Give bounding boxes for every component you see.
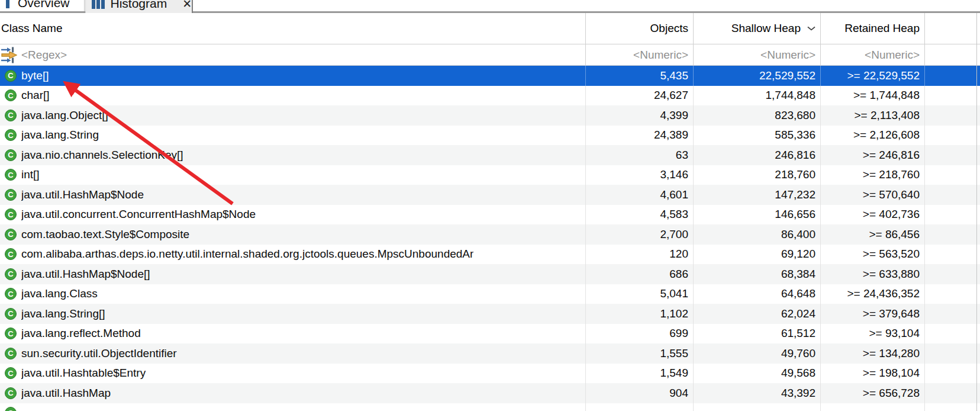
column-header-class-name[interactable]: Class Name bbox=[0, 13, 586, 44]
class-icon: C bbox=[5, 348, 17, 359]
class-name-cell: C char[] bbox=[0, 86, 586, 106]
class-icon: C bbox=[5, 89, 17, 101]
retained-heap-cell: >= 24,436,352 bbox=[821, 284, 925, 304]
close-tab-icon[interactable]: ✕ bbox=[182, 0, 192, 9]
regex-filter-field[interactable]: <Regex> bbox=[0, 44, 586, 65]
class-icon: C bbox=[5, 387, 17, 399]
class-name: java.lang.String bbox=[21, 129, 99, 142]
table-row[interactable]: C java.lang.String 24,389 585,336 >= 2,1… bbox=[0, 126, 980, 146]
objects-cell: 5,435 bbox=[586, 66, 694, 86]
class-icon: C bbox=[5, 229, 17, 240]
table-row[interactable]: C bbox=[0, 403, 980, 411]
class-name: java.util.HashMap$Node[] bbox=[21, 268, 150, 281]
objects-cell: 1,555 bbox=[586, 343, 694, 364]
column-header-shallow-heap[interactable]: Shallow Heap bbox=[694, 13, 821, 44]
shallow-heap-cell: 49,760 bbox=[694, 343, 821, 364]
class-name-cell: C sun.security.util.ObjectIdentifier bbox=[0, 343, 586, 364]
row-filler bbox=[925, 66, 980, 86]
table-row[interactable]: C java.util.Hashtable$Entry 1,549 49,568… bbox=[0, 364, 980, 384]
class-name: java.util.Hashtable$Entry bbox=[21, 367, 146, 380]
memory-analyzer-window: Overview Histogram ✕ Class Name Objects … bbox=[0, 0, 980, 411]
class-name-cell: C java.util.Hashtable$Entry bbox=[0, 364, 586, 384]
retained-heap-cell: >= 22,529,552 bbox=[821, 66, 925, 86]
shallow-heap-cell: 218,760 bbox=[694, 165, 821, 185]
shallow-heap-filter-field[interactable]: <Numeric> bbox=[694, 44, 821, 65]
table-row[interactable]: C java.util.concurrent.ConcurrentHashMap… bbox=[0, 205, 980, 225]
class-name-cell: C java.lang.Object[] bbox=[0, 105, 586, 126]
table-row[interactable]: C java.util.HashMap$Node[] 686 68,384 >=… bbox=[0, 264, 980, 284]
class-name: java.util.HashMap bbox=[21, 387, 111, 400]
class-name-cell: C java.nio.channels.SelectionKey[] bbox=[0, 145, 586, 165]
shallow-heap-cell: 1,744,848 bbox=[694, 86, 821, 106]
column-header-objects[interactable]: Objects bbox=[586, 13, 694, 44]
filter-filler bbox=[925, 44, 980, 65]
column-header-retained-heap[interactable]: Retained Heap bbox=[821, 13, 925, 44]
tab-overview[interactable]: Overview bbox=[0, 0, 85, 11]
class-name-cell: C com.taobao.text.Style$Composite bbox=[0, 224, 586, 245]
regex-filter-placeholder: <Regex> bbox=[21, 49, 67, 62]
row-filler bbox=[925, 126, 980, 146]
table-row[interactable]: C sun.security.util.ObjectIdentifier 1,5… bbox=[0, 343, 980, 364]
table-row[interactable]: C java.lang.Class 5,041 64,648 >= 24,436… bbox=[0, 284, 980, 304]
retained-heap-cell: >= 402,736 bbox=[821, 205, 925, 225]
class-name-cell: C byte[] bbox=[0, 66, 586, 86]
shallow-heap-cell: 61,512 bbox=[694, 324, 821, 344]
retained-heap-cell bbox=[821, 403, 925, 411]
class-icon: C bbox=[5, 248, 17, 260]
shallow-heap-cell: 64,648 bbox=[694, 284, 821, 304]
table-row[interactable]: C char[] 24,627 1,744,848 >= 1,744,848 bbox=[0, 86, 980, 106]
table-row[interactable]: C java.util.HashMap$Node 4,601 147,232 >… bbox=[0, 185, 980, 205]
row-filler bbox=[925, 86, 980, 106]
class-icon: C bbox=[5, 110, 17, 121]
histogram-bar-chart-icon bbox=[92, 0, 105, 9]
table-row[interactable]: C java.lang.String[] 1,102 62,024 >= 379… bbox=[0, 304, 980, 324]
class-name-cell: C java.util.HashMap$Node[] bbox=[0, 264, 586, 284]
class-name: com.alibaba.arthas.deps.io.netty.util.in… bbox=[21, 248, 473, 261]
table-row[interactable]: C byte[] 5,435 22,529,552 >= 22,529,552 bbox=[0, 66, 980, 86]
class-name-cell: C com.alibaba.arthas.deps.io.netty.util.… bbox=[0, 245, 586, 265]
retained-heap-cell: >= 2,113,408 bbox=[821, 105, 925, 126]
row-filler bbox=[925, 403, 980, 411]
right-edge-border bbox=[976, 12, 978, 411]
shallow-heap-cell: 43,392 bbox=[694, 383, 821, 403]
table-row[interactable]: C java.lang.Object[] 4,399 823,680 >= 2,… bbox=[0, 105, 980, 126]
class-name: java.util.concurrent.ConcurrentHashMap$N… bbox=[21, 208, 256, 221]
row-filler bbox=[925, 343, 980, 364]
retained-heap-cell: >= 93,104 bbox=[821, 324, 925, 344]
row-filler bbox=[925, 383, 980, 403]
table-row[interactable]: C int[] 3,146 218,760 >= 218,760 bbox=[0, 165, 980, 185]
class-name-cell: C java.lang.String[] bbox=[0, 304, 586, 324]
objects-cell: 63 bbox=[586, 145, 694, 165]
class-name-cell: C int[] bbox=[0, 165, 586, 185]
tab-bar: Overview Histogram ✕ bbox=[0, 0, 980, 13]
class-name: char[] bbox=[21, 89, 50, 102]
table-row[interactable]: C java.util.HashMap 904 43,392 >= 656,72… bbox=[0, 383, 980, 403]
row-filler bbox=[925, 264, 980, 284]
header-filler bbox=[925, 13, 980, 44]
retained-heap-cell: >= 633,880 bbox=[821, 264, 925, 284]
class-name-cell: C java.lang.String bbox=[0, 126, 586, 146]
table-row[interactable]: C java.nio.channels.SelectionKey[] 63 24… bbox=[0, 145, 980, 165]
table-row[interactable]: C com.alibaba.arthas.deps.io.netty.util.… bbox=[0, 245, 980, 265]
class-name: java.lang.String[] bbox=[21, 307, 105, 320]
tab-histogram[interactable]: Histogram ✕ bbox=[85, 0, 193, 13]
filter-row: <Regex> <Numeric> <Numeric> <Numeric> bbox=[0, 44, 980, 66]
class-name: java.util.HashMap$Node bbox=[21, 188, 144, 201]
class-name-cell: C bbox=[0, 403, 586, 411]
objects-cell bbox=[586, 403, 694, 411]
table-row[interactable]: C java.lang.reflect.Method 699 61,512 >=… bbox=[0, 324, 980, 344]
table-row[interactable]: C com.taobao.text.Style$Composite 2,700 … bbox=[0, 224, 980, 245]
retained-heap-cell: >= 379,648 bbox=[821, 304, 925, 324]
retained-heap-cell: >= 563,520 bbox=[821, 245, 925, 265]
class-name-cell: C java.util.HashMap bbox=[0, 383, 586, 403]
shallow-heap-cell: 49,568 bbox=[694, 364, 821, 384]
objects-cell: 4,601 bbox=[586, 185, 694, 205]
class-icon: C bbox=[5, 129, 17, 141]
retained-heap-filter-field[interactable]: <Numeric> bbox=[821, 44, 925, 65]
objects-filter-field[interactable]: <Numeric> bbox=[586, 44, 694, 65]
class-icon: C bbox=[5, 149, 17, 161]
overview-info-icon bbox=[4, 0, 11, 9]
table-header-row: Class Name Objects Shallow Heap Retained… bbox=[0, 13, 980, 44]
retained-heap-cell: >= 198,104 bbox=[821, 364, 925, 384]
class-name: java.nio.channels.SelectionKey[] bbox=[21, 149, 183, 162]
